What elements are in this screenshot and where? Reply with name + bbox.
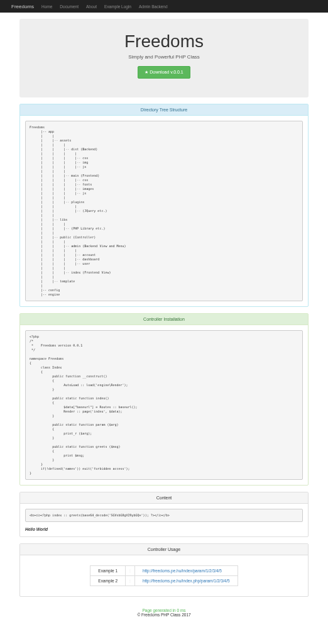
separator: : [126, 566, 135, 576]
download-button[interactable]: ★ Download v.0.0.1 [138, 66, 190, 79]
panel-content: Content <b><i><?php index :: greets(base… [19, 492, 309, 537]
footer: Page generated in 0 ms © Freedoms PHP Cl… [19, 608, 309, 617]
panel-tree: Directory Tree Structure Freedoms |-- ap… [19, 104, 309, 307]
usage-table: Example 1 : http://freedoms.pe.hu/index/… [90, 565, 238, 586]
tree-body: Freedoms |-- app | | | |-- assets | | | … [25, 121, 303, 301]
usage-row-label: Example 2 [90, 576, 126, 586]
nav-admin-backend[interactable]: Admin Backend [139, 4, 168, 9]
nav-about[interactable]: About [86, 4, 97, 9]
nav-example-login[interactable]: Example Login [104, 4, 131, 9]
panel-controller-heading: Controller Installation [20, 314, 308, 325]
content-result: Hello World [25, 527, 303, 531]
panel-controller: Controller Installation <?php /* * Freed… [19, 313, 309, 486]
usage-link[interactable]: http://freedoms.pe.hu/index/param/1/2/3/… [143, 569, 222, 573]
nav-document[interactable]: Document [60, 4, 79, 9]
navbar: Freedoms Home Document About Example Log… [0, 0, 328, 13]
hero-subtitle: Simply and Powerful PHP Class [19, 54, 309, 60]
separator: : [126, 576, 135, 586]
panel-tree-heading: Directory Tree Structure [20, 104, 308, 116]
star-icon: ★ [145, 70, 148, 74]
panel-content-heading: Content [20, 492, 308, 504]
usage-link[interactable]: http://freedoms.pe.hu/index.php/param/1/… [143, 579, 230, 583]
panel-usage: Controller Usage Example 1 : http://free… [19, 543, 309, 597]
footer-copyright: © Freedoms PHP Class 2017 [19, 613, 309, 617]
usage-row-label: Example 1 [90, 566, 126, 576]
navbar-brand[interactable]: Freedoms [11, 4, 34, 9]
hero-title: Freedoms [19, 31, 309, 52]
content-body: <b><i><?php index :: greets(base64_decod… [25, 509, 303, 522]
panel-usage-heading: Controller Usage [20, 544, 308, 555]
table-row: Example 1 : http://freedoms.pe.hu/index/… [90, 566, 238, 576]
nav-home[interactable]: Home [41, 4, 52, 9]
footer-generated: Page generated in 0 ms [19, 608, 309, 613]
table-row: Example 2 : http://freedoms.pe.hu/index.… [90, 576, 238, 586]
download-label: Download v.0.0.1 [150, 70, 183, 74]
hero: Freedoms Simply and Powerful PHP Class ★… [19, 19, 309, 97]
controller-body: <?php /* * Freedoms version 0.0.1 */ nam… [25, 330, 303, 480]
